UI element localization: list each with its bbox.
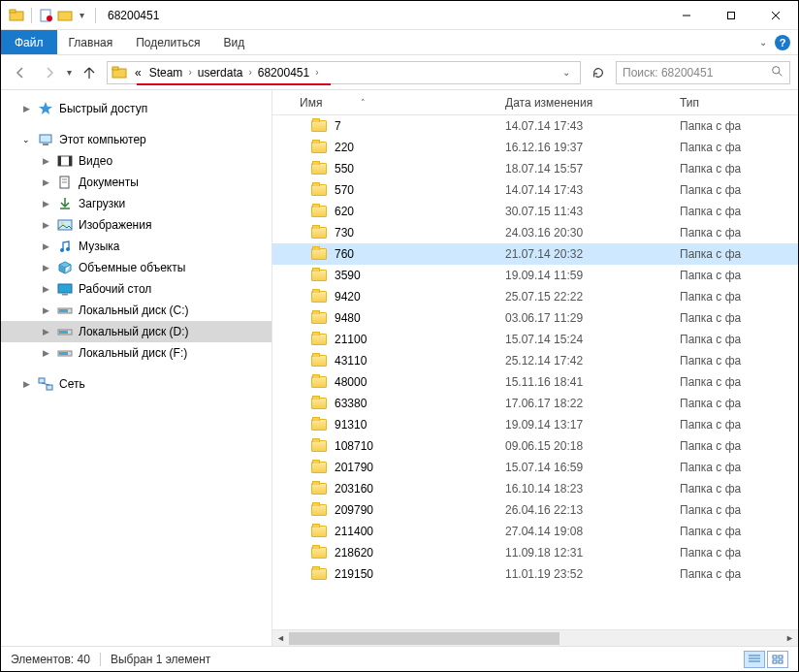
table-row[interactable]: 21862011.09.18 12:31Папка с фа: [272, 542, 798, 563]
table-row[interactable]: 20316016.10.14 18:23Папка с фа: [272, 478, 798, 499]
qat-folder-icon[interactable]: [57, 8, 73, 23]
column-date[interactable]: Дата изменения: [505, 96, 592, 110]
chevron-right-icon[interactable]: ▶: [40, 348, 51, 358]
table-row[interactable]: 57014.07.14 17:43Папка с фа: [272, 179, 798, 201]
chevron-right-icon[interactable]: ▶: [40, 220, 51, 230]
chevron-right-icon[interactable]: ▶: [40, 199, 51, 208]
column-name[interactable]: Имя: [300, 96, 322, 110]
file-list[interactable]: 714.07.14 17:43Папка с фа22016.12.16 19:…: [272, 115, 798, 629]
table-row[interactable]: 4800015.11.16 18:41Папка с фа: [272, 371, 798, 393]
nav-forward-button[interactable]: [38, 61, 61, 84]
chevron-right-icon[interactable]: ›: [186, 67, 193, 78]
table-row[interactable]: 10871009.06.15 20:18Папка с фа: [272, 435, 798, 457]
crumb-id[interactable]: 68200451: [254, 66, 313, 80]
tree-disk-d[interactable]: ▶Локальный диск (D:): [1, 321, 272, 342]
chevron-right-icon[interactable]: ▶: [40, 327, 51, 336]
table-row[interactable]: 2110015.07.14 15:24Папка с фа: [272, 329, 798, 350]
table-row[interactable]: 714.07.14 17:43Папка с фа: [272, 115, 798, 137]
scroll-track[interactable]: [289, 630, 782, 646]
column-headers[interactable]: Имя ˄ Дата изменения Тип: [272, 90, 798, 115]
address-dropdown-icon[interactable]: ⌄: [557, 67, 576, 78]
chevron-right-icon[interactable]: ▶: [40, 263, 51, 272]
help-icon[interactable]: ?: [775, 35, 790, 50]
chevron-right-icon[interactable]: ▶: [40, 305, 51, 315]
tree-video[interactable]: ▶Видео: [1, 150, 272, 172]
tab-share[interactable]: Поделиться: [124, 30, 211, 54]
chevron-right-icon[interactable]: ▶: [40, 156, 51, 166]
refresh-button[interactable]: [587, 61, 610, 84]
music-icon: [57, 239, 73, 254]
horizontal-scrollbar[interactable]: ◄ ►: [272, 629, 798, 646]
crumb-steam[interactable]: Steam: [145, 66, 187, 80]
table-row[interactable]: 359019.09.14 11:59Папка с фа: [272, 265, 798, 286]
tree-3d-objects[interactable]: ▶Объемные объекты: [1, 257, 272, 278]
navigation-tree[interactable]: ▶ Быстрый доступ ⌄ Этот компьютер ▶Видео…: [1, 90, 272, 646]
tree-documents[interactable]: ▶Документы: [1, 172, 272, 193]
chevron-right-icon[interactable]: ›: [313, 67, 320, 78]
file-date: 21.07.14 20:32: [505, 247, 680, 261]
close-button[interactable]: [753, 1, 798, 29]
nav-history-dropdown[interactable]: ▾: [67, 67, 72, 78]
sort-asc-icon[interactable]: ˄: [361, 98, 366, 108]
column-type[interactable]: Тип: [680, 96, 699, 110]
table-row[interactable]: 942025.07.15 22:22Папка с фа: [272, 286, 798, 307]
table-row[interactable]: 6338017.06.17 18:22Папка с фа: [272, 393, 798, 414]
maximize-button[interactable]: [709, 1, 753, 29]
table-row[interactable]: 9131019.09.14 13:17Папка с фа: [272, 414, 798, 435]
crumb-overflow[interactable]: «: [131, 66, 145, 80]
tree-label: Загрузки: [79, 197, 125, 210]
view-details-button[interactable]: [744, 651, 765, 668]
svg-rect-28: [62, 294, 68, 296]
qat-dropdown-icon[interactable]: ▾: [76, 10, 88, 20]
table-row[interactable]: 62030.07.15 11:43Папка с фа: [272, 201, 798, 222]
tree-quick-access[interactable]: ▶ Быстрый доступ: [1, 98, 272, 119]
nav-up-button[interactable]: [78, 61, 101, 84]
tab-view[interactable]: Вид: [211, 30, 256, 54]
nav-back-button[interactable]: [9, 61, 32, 84]
chevron-right-icon[interactable]: ▶: [20, 379, 32, 389]
table-row[interactable]: 948003.06.17 11:29Папка с фа: [272, 307, 798, 329]
scroll-thumb[interactable]: [289, 632, 559, 645]
table-row[interactable]: 22016.12.16 19:37Папка с фа: [272, 137, 798, 158]
chevron-right-icon[interactable]: ›: [246, 67, 253, 78]
chevron-down-icon[interactable]: ⌄: [20, 135, 32, 144]
tree-music[interactable]: ▶Музыка: [1, 236, 272, 257]
tree-network[interactable]: ▶ Сеть: [1, 373, 272, 395]
table-row[interactable]: 73024.03.16 20:30Папка с фа: [272, 222, 798, 243]
table-row[interactable]: 21140027.04.14 19:08Папка с фа: [272, 521, 798, 542]
svg-rect-35: [39, 378, 45, 383]
chevron-right-icon[interactable]: ▶: [40, 241, 51, 251]
ribbon-expand-icon[interactable]: ⌄: [759, 37, 767, 48]
chevron-right-icon[interactable]: ▶: [40, 284, 51, 294]
table-row[interactable]: 76021.07.14 20:32Папка с фа: [272, 243, 798, 265]
file-date: 25.07.15 22:22: [505, 290, 680, 304]
qat-properties-icon[interactable]: [39, 8, 54, 23]
view-large-icons-button[interactable]: [767, 651, 788, 668]
tree-desktop[interactable]: ▶Рабочий стол: [1, 278, 272, 300]
tree-downloads[interactable]: ▶Загрузки: [1, 193, 272, 214]
tree-disk-c[interactable]: ▶Локальный диск (C:): [1, 300, 272, 321]
tree-pictures[interactable]: ▶Изображения: [1, 214, 272, 236]
table-row[interactable]: 21915011.01.19 23:52Папка с фа: [272, 563, 798, 585]
tree-this-pc[interactable]: ⌄ Этот компьютер: [1, 129, 272, 150]
file-date: 27.04.14 19:08: [505, 525, 680, 538]
table-row[interactable]: 20979026.04.16 22:13Папка с фа: [272, 499, 798, 521]
scroll-right-icon[interactable]: ►: [782, 633, 798, 643]
crumb-userdata[interactable]: userdata: [194, 66, 247, 80]
svg-rect-15: [43, 144, 48, 145]
file-type: Папка с фа: [680, 525, 798, 538]
minimize-button[interactable]: [664, 1, 709, 29]
chevron-right-icon[interactable]: ▶: [20, 104, 32, 113]
folder-icon: [311, 270, 327, 281]
table-row[interactable]: 55018.07.14 15:57Папка с фа: [272, 158, 798, 179]
chevron-right-icon[interactable]: ▶: [40, 177, 51, 187]
tree-disk-f[interactable]: ▶Локальный диск (F:): [1, 342, 272, 364]
scroll-left-icon[interactable]: ◄: [272, 633, 289, 643]
table-row[interactable]: 20179015.07.14 16:59Папка с фа: [272, 457, 798, 478]
tab-home[interactable]: Главная: [57, 30, 125, 54]
tree-label: Локальный диск (D:): [79, 325, 189, 338]
tab-file[interactable]: Файл: [1, 30, 57, 54]
search-input[interactable]: Поиск: 68200451: [616, 61, 790, 84]
address-bar[interactable]: « Steam › userdata › 68200451 › ⌄: [107, 61, 581, 84]
table-row[interactable]: 4311025.12.14 17:42Папка с фа: [272, 350, 798, 371]
